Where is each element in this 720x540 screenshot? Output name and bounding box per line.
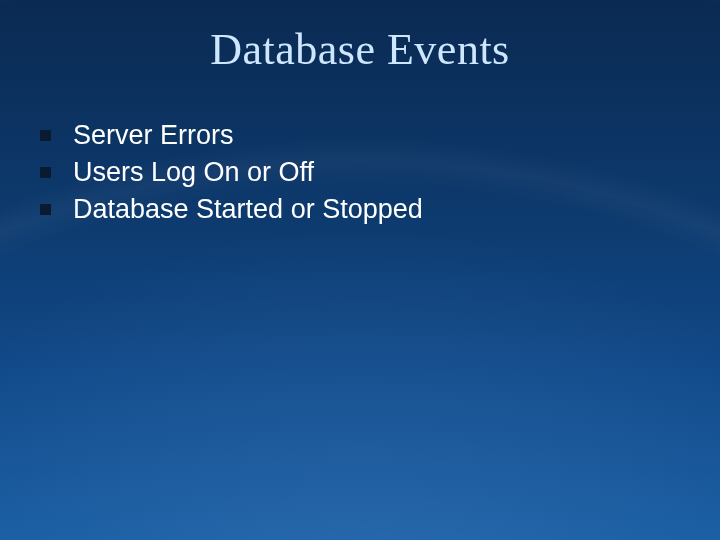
list-item: Users Log On or Off [40,157,680,188]
list-item: Database Started or Stopped [40,194,680,225]
bullet-text: Server Errors [73,120,234,151]
slide: Database Events Server Errors Users Log … [0,0,720,540]
square-bullet-icon [40,130,51,141]
bullet-text: Users Log On or Off [73,157,314,188]
square-bullet-icon [40,204,51,215]
slide-title: Database Events [0,24,720,75]
list-item: Server Errors [40,120,680,151]
slide-content: Server Errors Users Log On or Off Databa… [40,120,680,231]
bullet-text: Database Started or Stopped [73,194,423,225]
square-bullet-icon [40,167,51,178]
